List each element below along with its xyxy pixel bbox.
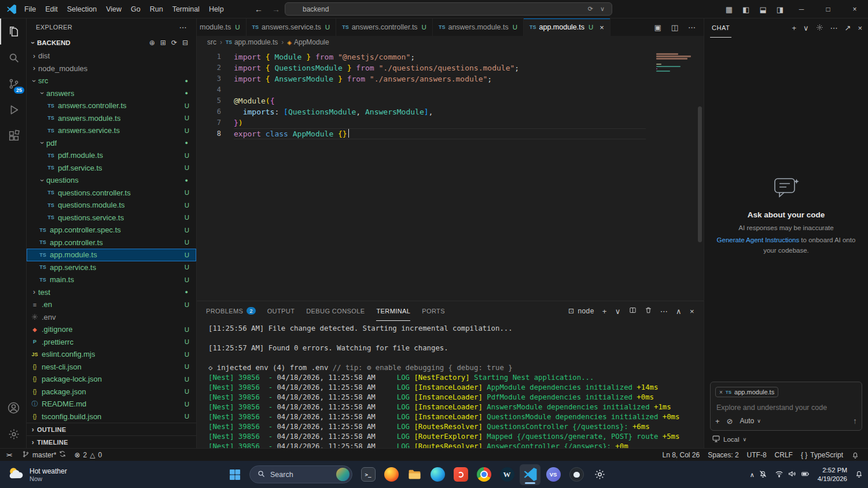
terminal-instance[interactable]: ⊡node — [568, 307, 594, 315]
taskbar-clock[interactable]: 2:52 PM 4/19/2026 — [818, 466, 847, 483]
new-file-icon[interactable]: ⊕ — [149, 39, 155, 47]
section-timeline[interactable]: ›TIMELINE — [27, 435, 196, 448]
more-icon[interactable]: ⋯ — [660, 307, 668, 316]
chat-expand-icon[interactable]: ↗ — [845, 24, 851, 32]
code-line[interactable]: 6 imports: [QuestionsModule, AnswersModu… — [197, 106, 704, 117]
git-branch-item[interactable]: master* — [18, 449, 70, 461]
customize-layout-icon[interactable]: ▦ — [726, 5, 733, 14]
encoding[interactable]: UTF-8 — [743, 449, 771, 461]
tree-file-.env[interactable]: .env — [27, 311, 196, 324]
menu-view[interactable]: View — [101, 3, 126, 15]
add-context-icon[interactable]: + — [715, 417, 720, 426]
breadcrumb-item[interactable]: TSapp.module.ts — [226, 38, 278, 46]
more-icon[interactable]: ⋯ — [179, 23, 187, 32]
code-line[interactable]: 8export class AppModule {} — [197, 128, 704, 139]
panel-tab-output[interactable]: OUTPUT — [267, 301, 295, 321]
tree-folder-questions[interactable]: ›questions● — [27, 174, 196, 187]
settings-icon[interactable] — [589, 464, 610, 485]
tab-module.ts[interactable]: module.tsU — [197, 19, 247, 36]
tree-file-app.controller.ts[interactable]: TSapp.controller.tsU — [27, 236, 196, 249]
tree-file-.prettierrc[interactable]: P.prettierrcU — [27, 336, 196, 349]
forward-icon[interactable]: → — [272, 5, 280, 14]
terminal-picker-icon[interactable]: ∨ — [615, 307, 621, 316]
menu-file[interactable]: File — [20, 3, 41, 15]
explorer-root-row[interactable]: › BACKEND ⊕⊞⟳⊟ — [27, 36, 196, 50]
tree-folder-test[interactable]: ›test● — [27, 286, 196, 299]
notification-center[interactable] — [855, 469, 863, 480]
tree-folder-node_modules[interactable]: ›node_modules — [27, 62, 196, 75]
tree-folder-dist[interactable]: ›dist — [27, 50, 196, 62]
code-line[interactable]: 2import { QuestionsModule } from "./ques… — [197, 62, 704, 73]
code-line[interactable]: 3import { AnswersModule } from "./answer… — [197, 73, 704, 84]
menu-help[interactable]: Help — [204, 3, 229, 15]
chat-dropdown-icon[interactable]: ∨ — [803, 24, 809, 32]
chat-close-icon[interactable]: × — [858, 24, 862, 32]
tab-answers.module.ts[interactable]: TSanswers.module.tsU — [433, 19, 524, 36]
notifications-bell-icon[interactable] — [847, 449, 863, 461]
panel-tab-problems[interactable]: PROBLEMS2 — [206, 301, 256, 321]
tree-folder-answers[interactable]: ›answers● — [27, 87, 196, 100]
menu-edit[interactable]: Edit — [41, 3, 62, 15]
panel-tab-ports[interactable]: PORTS — [422, 301, 445, 321]
chat-more-icon[interactable]: ⋯ — [830, 24, 838, 32]
start-button[interactable] — [225, 464, 245, 485]
visual-studio-icon[interactable]: VS — [543, 464, 564, 485]
generate-agent-instructions-link[interactable]: Generate Agent Instructions — [717, 236, 800, 243]
tree-file-eslint.config.mjs[interactable]: JSeslint.config.mjsU — [27, 348, 196, 361]
toggle-sidebar-icon[interactable]: ◧ — [742, 5, 749, 14]
close-panel-icon[interactable]: × — [690, 307, 694, 316]
section-outline[interactable]: ›OUTLINE — [27, 423, 196, 435]
menu-go[interactable]: Go — [126, 3, 145, 15]
code-line[interactable]: 4 — [197, 84, 704, 95]
new-terminal-icon[interactable]: + — [602, 307, 607, 316]
back-icon[interactable]: ← — [255, 5, 263, 14]
more-actions-icon[interactable]: ⋯ — [688, 23, 696, 32]
tree-file-nest-cli.json[interactable]: {}nest-cli.jsonU — [27, 361, 196, 374]
tree-file-pdf.service.ts[interactable]: TSpdf.service.tsU — [27, 162, 196, 175]
search-icon[interactable] — [0, 45, 26, 71]
maximize-panel-icon[interactable]: ∧ — [676, 307, 682, 316]
tray-expand-icon[interactable]: ∧ — [750, 470, 755, 479]
code-line[interactable]: 7}) — [197, 117, 704, 128]
extensions-icon[interactable] — [0, 123, 26, 149]
new-chat-icon[interactable]: + — [792, 24, 796, 32]
eol-selector[interactable]: CRLF — [771, 449, 797, 461]
minimize-window-icon[interactable]: ─ — [788, 0, 815, 19]
windows-terminal-icon[interactable]: >_ — [358, 464, 378, 485]
quick-settings[interactable] — [775, 469, 810, 480]
run-and-debug-icon[interactable] — [0, 97, 26, 123]
firefox-icon[interactable] — [381, 464, 402, 485]
tree-file-tsconfig.build.json[interactable]: {}tsconfig.build.jsonU — [27, 411, 196, 423]
search-dropdown-icon[interactable]: ∨ — [600, 5, 605, 13]
tab-answers.controller.ts[interactable]: TSanswers.controller.tsU — [336, 19, 433, 36]
cursor-position[interactable]: Ln 8, Col 26 — [659, 449, 704, 461]
vscode-icon[interactable] — [520, 464, 540, 485]
menu-run[interactable]: Run — [145, 3, 168, 15]
chat-session-target[interactable]: Local ∨ — [704, 431, 868, 448]
tab-app.module.ts[interactable]: TSapp.module.tsU× — [524, 19, 610, 36]
new-folder-icon[interactable]: ⊞ — [160, 39, 166, 47]
panel-tab-debug-console[interactable]: DEBUG CONSOLE — [306, 301, 365, 321]
toggle-panel-icon[interactable]: ⬓ — [759, 5, 766, 14]
source-control-icon[interactable]: 25 — [0, 71, 26, 97]
tree-file-app.controller.spec.ts[interactable]: TSapp.controller.spec.tsU — [27, 224, 196, 236]
tree-file-app.module.ts[interactable]: TSapp.module.tsU — [27, 249, 196, 261]
tree-file-questions.service.ts[interactable]: TSquestions.service.tsU — [27, 212, 196, 224]
panel-tab-terminal[interactable]: TERMINAL — [376, 301, 410, 321]
code-line[interactable]: 1import { Module } from "@nestjs/common"… — [197, 51, 704, 62]
breadcrumb-item[interactable]: src — [207, 38, 216, 46]
remove-context-icon[interactable]: × — [719, 389, 723, 395]
close-icon[interactable]: × — [599, 23, 604, 32]
tree-folder-pdf[interactable]: ›pdf● — [27, 137, 196, 150]
code-editor[interactable]: 1import { Module } from "@nestjs/common"… — [197, 49, 704, 301]
do-not-disturb-icon[interactable] — [759, 469, 767, 480]
open-changes-icon[interactable]: ▣ — [654, 23, 661, 32]
tree-file-main.ts[interactable]: TSmain.tsU — [27, 273, 196, 286]
minimap[interactable] — [656, 53, 693, 73]
search-refresh-icon[interactable]: ⟳ — [588, 5, 593, 13]
tree-file-answers.controller.ts[interactable]: TSanswers.controller.tsU — [27, 99, 196, 112]
explorer-icon[interactable] — [0, 19, 26, 45]
wordpress-icon[interactable]: W — [496, 464, 517, 485]
file-explorer-icon[interactable] — [404, 464, 425, 485]
tree-file-pdf.module.ts[interactable]: TSpdf.module.tsU — [27, 149, 196, 162]
